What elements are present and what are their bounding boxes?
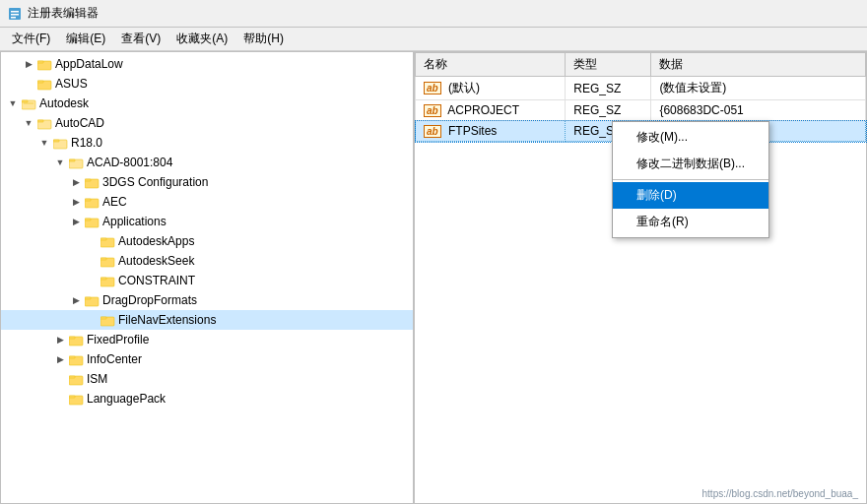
- tree-node-ism[interactable]: ▶ ISM: [1, 369, 413, 389]
- node-label: AutoCAD: [55, 116, 104, 130]
- expand-icon: ▶: [52, 351, 68, 367]
- tree-node-dragdrop[interactable]: ▶ DragDropFormats: [1, 290, 413, 310]
- folder-icon: [36, 77, 52, 91]
- menu-favorites[interactable]: 收藏夹(A): [168, 29, 235, 49]
- context-menu-item-rename[interactable]: 重命名(R): [613, 209, 768, 235]
- col-header-data: 数据: [651, 53, 866, 77]
- window-icon: [8, 7, 22, 21]
- reg-type-icon: ab: [424, 125, 441, 138]
- main-container: ▶ AppDataLow ▶ ASUS ▼ Autodesk ▼: [0, 51, 867, 504]
- menu-help[interactable]: 帮助(H): [235, 29, 292, 49]
- svg-rect-30: [85, 297, 91, 299]
- node-label: ASUS: [55, 77, 88, 91]
- expand-icon: ▼: [52, 155, 68, 170]
- tree-node-r180[interactable]: ▼ R18.0: [1, 133, 413, 153]
- node-label: InfoCenter: [87, 352, 142, 366]
- reg-name: ab ACPROJECT: [416, 100, 566, 121]
- title-bar: 注册表编辑器: [0, 0, 867, 28]
- context-menu-item-modify-binary[interactable]: 修改二进制数据(B)...: [613, 151, 768, 177]
- reg-name: ab FTPSites: [416, 121, 566, 142]
- svg-rect-2: [11, 14, 19, 16]
- window-title: 注册表编辑器: [28, 5, 99, 22]
- folder-icon: [84, 175, 100, 189]
- folder-icon: [36, 57, 52, 71]
- node-label: LanguagePack: [87, 392, 166, 406]
- folder-icon: [84, 195, 100, 209]
- folder-icon: [84, 293, 100, 307]
- node-label: DragDropFormats: [102, 293, 197, 307]
- svg-rect-18: [85, 179, 91, 181]
- tree-node-asus[interactable]: ▶ ASUS: [1, 74, 413, 94]
- expand-icon: ▶: [21, 56, 36, 72]
- node-label: Applications: [102, 215, 167, 228]
- watermark: https://blog.csdn.net/beyond_buaa_: [702, 488, 858, 499]
- svg-rect-32: [100, 317, 106, 319]
- folder-icon-open: [36, 116, 52, 130]
- svg-rect-22: [85, 219, 91, 220]
- right-panel: 名称 类型 数据 ab (默认) REG_SZ (数值未设置) ab: [415, 52, 866, 503]
- menu-file[interactable]: 文件(F): [4, 29, 58, 49]
- tree-node-autodeskSeek[interactable]: ▶ AutodeskSeek: [1, 251, 413, 271]
- expand-icon: ▼: [5, 95, 21, 111]
- node-label: FixedProfile: [87, 333, 149, 346]
- svg-rect-16: [69, 159, 75, 161]
- tree-node-aec[interactable]: ▶ AEC: [1, 192, 413, 212]
- tree-node-autocad[interactable]: ▼ AutoCAD: [1, 113, 413, 133]
- expand-icon: ▶: [68, 292, 84, 308]
- table-row[interactable]: ab ACPROJECT REG_SZ {608683DC-051: [416, 100, 866, 121]
- tree-panel[interactable]: ▶ AppDataLow ▶ ASUS ▼ Autodesk ▼: [1, 52, 415, 503]
- folder-icon-open: [52, 136, 68, 150]
- context-menu: 修改(M)... 修改二进制数据(B)... 删除(D) 重命名(R): [612, 121, 769, 238]
- tree-node-constraint[interactable]: ▶ CONSTRAINT: [1, 271, 413, 290]
- svg-rect-38: [69, 376, 75, 378]
- tree-node-appdatalow[interactable]: ▶ AppDataLow: [1, 54, 413, 74]
- table-row[interactable]: ab (默认) REG_SZ (数值未设置): [416, 77, 866, 100]
- folder-icon: [100, 234, 115, 248]
- menu-bar: 文件(F) 编辑(E) 查看(V) 收藏夹(A) 帮助(H): [0, 28, 867, 51]
- context-menu-item-modify[interactable]: 修改(M)...: [613, 124, 768, 151]
- folder-icon: [100, 313, 115, 327]
- folder-icon-open: [68, 156, 84, 169]
- tree-node-infocenter[interactable]: ▶ InfoCenter: [1, 349, 413, 369]
- expand-icon: ▼: [21, 115, 36, 131]
- svg-rect-26: [100, 258, 106, 260]
- menu-view[interactable]: 查看(V): [113, 29, 168, 49]
- tree-node-autodeskApps[interactable]: ▶ AutodeskApps: [1, 231, 413, 251]
- svg-rect-24: [100, 238, 106, 240]
- expand-icon: ▼: [36, 135, 52, 151]
- node-label: ISM: [87, 372, 107, 386]
- tree-node-autodesk[interactable]: ▼ Autodesk: [1, 94, 413, 113]
- tree-node-langpack[interactable]: ▶ LanguagePack: [1, 389, 413, 409]
- reg-type: REG_SZ: [566, 100, 651, 121]
- node-label: CONSTRAINT: [118, 274, 195, 287]
- node-label: ACAD-8001:804: [87, 156, 172, 169]
- svg-rect-34: [69, 337, 75, 339]
- reg-type-icon: ab: [424, 82, 441, 94]
- context-menu-divider: [613, 179, 768, 180]
- tree-node-filenavext[interactable]: ▶ FileNavExtensions: [1, 310, 413, 330]
- expand-icon: ▶: [68, 174, 84, 190]
- tree-node-acad8001[interactable]: ▼ ACAD-8001:804: [1, 153, 413, 172]
- tree-node-fixedprofile[interactable]: ▶ FixedProfile: [1, 330, 413, 349]
- context-menu-item-delete[interactable]: 删除(D): [613, 182, 768, 209]
- folder-icon-open: [21, 96, 36, 110]
- col-header-type: 类型: [566, 53, 651, 77]
- reg-data: {608683DC-051: [651, 100, 866, 121]
- folder-icon: [100, 274, 115, 287]
- svg-rect-36: [69, 356, 75, 358]
- folder-icon: [68, 372, 84, 386]
- svg-rect-12: [37, 120, 43, 122]
- svg-rect-1: [11, 11, 19, 13]
- menu-edit[interactable]: 编辑(E): [58, 29, 113, 49]
- expand-icon: ▶: [52, 332, 68, 347]
- node-label: AutodeskSeek: [118, 254, 194, 268]
- expand-icon: ▶: [68, 214, 84, 229]
- folder-icon: [84, 215, 100, 228]
- node-label: AutodeskApps: [118, 234, 194, 248]
- tree-node-applications[interactable]: ▶ Applications: [1, 212, 413, 231]
- tree-node-3dgs[interactable]: ▶ 3DGS Configuration: [1, 172, 413, 192]
- svg-rect-40: [69, 396, 75, 398]
- svg-rect-14: [53, 140, 59, 142]
- svg-rect-7: [37, 81, 43, 83]
- svg-rect-28: [100, 278, 106, 280]
